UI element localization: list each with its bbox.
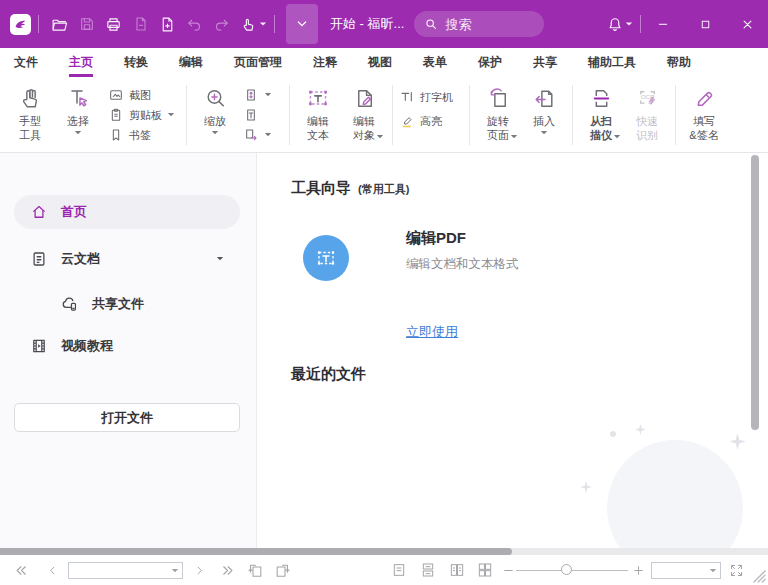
- previous-view-button[interactable]: [243, 555, 267, 585]
- caret-down-icon[interactable]: [216, 256, 224, 262]
- menu-file[interactable]: 文件: [14, 48, 38, 77]
- caret-down-icon: [74, 128, 82, 138]
- zoom-slider-thumb[interactable]: [561, 564, 572, 575]
- menu-comment[interactable]: 注释: [313, 48, 337, 77]
- page-number-input[interactable]: [69, 565, 171, 577]
- menu-convert[interactable]: 转换: [124, 48, 148, 77]
- new-page-icon[interactable]: [155, 11, 180, 37]
- divider: [392, 85, 393, 145]
- horizontal-scrollbar-thumb[interactable]: [0, 548, 512, 555]
- print-icon[interactable]: [101, 11, 126, 37]
- scanner-icon: [589, 82, 614, 114]
- rotate-pages-button[interactable]: 旋转 页面: [476, 82, 520, 142]
- edit-pdf-card-title: 编辑PDF: [406, 229, 466, 248]
- next-page-button[interactable]: [189, 555, 209, 585]
- snapshot-icon: [108, 87, 124, 103]
- continuous-view-button[interactable]: [417, 555, 439, 585]
- vertical-scrollbar-thumb[interactable]: [751, 155, 759, 430]
- sparkle-icon: [729, 433, 746, 450]
- sidebar-item-video-tutorials[interactable]: 视频教程: [14, 329, 240, 363]
- sidebar-item-cloud-docs[interactable]: 云文档: [14, 242, 240, 276]
- foxit-logo-icon: [10, 14, 31, 35]
- actual-size-button[interactable]: [243, 105, 283, 125]
- menu-help[interactable]: 帮助: [667, 48, 691, 77]
- clipboard-button[interactable]: 剪贴板: [108, 105, 180, 125]
- actual-size-icon: [243, 107, 259, 123]
- first-page-button[interactable]: [10, 555, 32, 585]
- maximize-button[interactable]: [690, 9, 720, 39]
- fit-page-button[interactable]: [243, 85, 283, 105]
- highlighter-icon: [399, 113, 415, 129]
- page-number-combobox[interactable]: [68, 562, 183, 579]
- zoom-percent-combobox[interactable]: [651, 562, 721, 579]
- edit-text-button[interactable]: 编辑 文本: [296, 82, 340, 142]
- zoom-out-button[interactable]: [499, 555, 517, 585]
- hand-tool-button[interactable]: 手型 工具: [8, 82, 52, 142]
- menu-bar: 文件 主页 转换 编辑 页面管理 注释 视图 表单 保护 共享 辅助工具 帮助: [0, 48, 768, 77]
- notifications-bell-icon[interactable]: [602, 11, 627, 37]
- menu-edit[interactable]: 编辑: [179, 48, 203, 77]
- reverse-view-icon: [243, 127, 259, 143]
- edit-pdf-card-description: 编辑文档和文本格式: [406, 256, 519, 273]
- search-input[interactable]: [445, 17, 525, 32]
- window-resize-grip[interactable]: [753, 570, 766, 583]
- sidebar-item-shared-files[interactable]: 共享文件: [14, 287, 240, 321]
- snapshot-button[interactable]: 截图: [108, 85, 180, 105]
- sidebar-item-home[interactable]: 首页: [14, 195, 240, 229]
- pencil-sign-icon: [692, 82, 717, 114]
- fill-sign-button[interactable]: 填写 &签名: [682, 82, 726, 142]
- search-icon: [424, 17, 438, 31]
- close-button[interactable]: [732, 9, 762, 39]
- open-file-icon[interactable]: [47, 11, 72, 37]
- menu-share[interactable]: 共享: [533, 48, 557, 77]
- single-page-view-button[interactable]: [388, 555, 410, 585]
- open-file-button[interactable]: 打开文件: [14, 403, 240, 432]
- hand-pointer-icon[interactable]: [236, 11, 261, 37]
- last-page-button[interactable]: [216, 555, 238, 585]
- menu-view[interactable]: 视图: [368, 48, 392, 77]
- status-bar: [0, 555, 768, 585]
- bookmark-icon: [108, 127, 124, 143]
- cloud-share-icon: [60, 295, 79, 314]
- use-now-link[interactable]: 立即使用: [406, 323, 458, 341]
- previous-page-button[interactable]: [42, 555, 62, 585]
- zoom-in-button[interactable]: [629, 555, 647, 585]
- menu-form[interactable]: 表单: [423, 48, 447, 77]
- main-panel: 工具向导 (常用工具) 编辑PDF 编辑文档和文本格式 立即使用 最近的文件: [258, 153, 768, 548]
- caret-down-icon[interactable]: [171, 568, 179, 574]
- next-view-button[interactable]: [270, 555, 294, 585]
- select-tool-button[interactable]: 选择: [56, 82, 100, 138]
- zoom-slider-track[interactable]: [516, 570, 628, 572]
- zoom-tool-button[interactable]: 缩放: [193, 82, 237, 138]
- document-tab-title[interactable]: 开始 - 福昕...: [330, 15, 404, 33]
- sidebar: 首页 云文档 共享文件 视频教程 打开文件: [0, 153, 257, 548]
- edit-pdf-card-icon[interactable]: [303, 235, 349, 281]
- divider: [640, 15, 641, 33]
- caret-down-icon: [510, 134, 518, 140]
- menu-home[interactable]: 主页: [69, 48, 93, 77]
- caret-down-icon[interactable]: [259, 20, 267, 28]
- highlight-button[interactable]: 高亮: [399, 111, 463, 131]
- tools-wizard-title: 工具向导: [291, 179, 351, 198]
- search-box[interactable]: [414, 11, 544, 37]
- facing-continuous-view-button[interactable]: [474, 555, 496, 585]
- caret-down-icon: [211, 128, 219, 138]
- facing-view-button[interactable]: [446, 555, 468, 585]
- reverse-view-button[interactable]: [243, 125, 283, 145]
- typewriter-button[interactable]: 打字机: [399, 87, 463, 107]
- zoom-percent-input[interactable]: [652, 565, 709, 577]
- bookmark-button[interactable]: 书签: [108, 125, 180, 145]
- ribbon-toggle-button[interactable]: [286, 4, 318, 44]
- caret-down-icon[interactable]: [625, 20, 633, 28]
- horizontal-scrollbar[interactable]: [0, 548, 768, 555]
- minimize-button[interactable]: [648, 9, 678, 39]
- insert-pages-button[interactable]: 插入: [522, 82, 566, 138]
- fullscreen-button[interactable]: [725, 555, 747, 585]
- menu-accessibility[interactable]: 辅助工具: [588, 48, 636, 77]
- from-scanner-button[interactable]: 从扫 描仪: [579, 82, 623, 142]
- caret-down-icon: [264, 92, 272, 98]
- caret-down-icon[interactable]: [709, 568, 717, 574]
- menu-page-organize[interactable]: 页面管理: [234, 48, 282, 77]
- edit-object-button[interactable]: 编辑 对象: [342, 82, 386, 142]
- menu-protect[interactable]: 保护: [478, 48, 502, 77]
